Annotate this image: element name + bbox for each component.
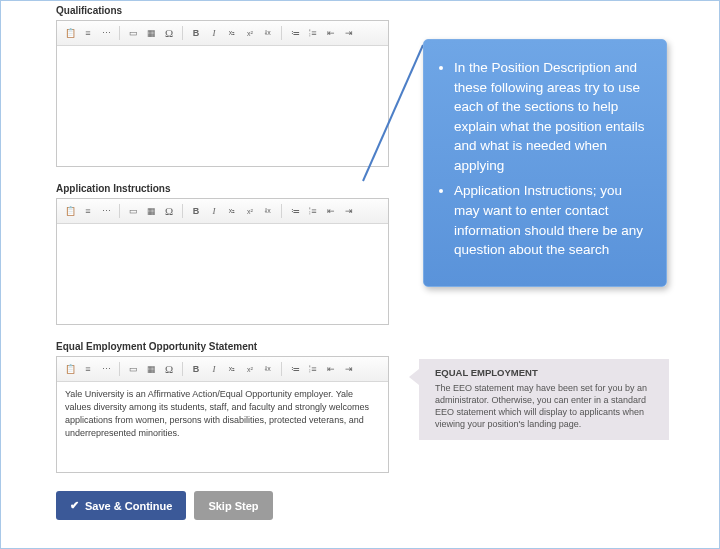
eeo-toolbar: 📋 ≡ ⋯ ▭ ▦ Ω B I x₂ x² I̵x ≔ ⦙≡ ⇤ ⇥	[57, 357, 388, 382]
clearformat-icon[interactable]: I̵x	[260, 25, 276, 41]
eeo-editor: 📋 ≡ ⋯ ▭ ▦ Ω B I x₂ x² I̵x ≔ ⦙≡ ⇤ ⇥ Yale …	[56, 356, 389, 473]
italic-icon[interactable]: I	[206, 25, 222, 41]
qualifications-toolbar: 📋 ≡ ⋯ ▭ ▦ Ω B I x₂ x² I̵x ≔ ⦙≡ ⇤ ⇥	[57, 21, 388, 46]
toolbar-sep	[119, 204, 120, 218]
bullets-icon[interactable]: ≔	[287, 203, 303, 219]
superscript-icon[interactable]: x²	[242, 25, 258, 41]
italic-icon[interactable]: I	[206, 203, 222, 219]
bold-icon[interactable]: B	[188, 203, 204, 219]
qualifications-label: Qualifications	[56, 5, 389, 16]
numbers-icon[interactable]: ⦙≡	[305, 361, 321, 377]
specialchar-icon[interactable]: Ω	[161, 203, 177, 219]
toolbar-sep	[119, 362, 120, 376]
toolbar-sep	[182, 204, 183, 218]
qualifications-textarea[interactable]	[57, 46, 388, 166]
toolbar-sep	[281, 204, 282, 218]
callout-item-2: Application Instructions; you may want t…	[454, 181, 648, 259]
table-icon[interactable]: ▦	[143, 25, 159, 41]
paste-icon[interactable]: 📋	[62, 203, 78, 219]
superscript-icon[interactable]: x²	[242, 361, 258, 377]
indent-icon[interactable]: ⇥	[341, 361, 357, 377]
toolbar-sep	[281, 26, 282, 40]
source-icon[interactable]: ≡	[80, 25, 96, 41]
bold-icon[interactable]: B	[188, 361, 204, 377]
toolbar-sep	[182, 362, 183, 376]
subscript-icon[interactable]: x₂	[224, 25, 240, 41]
image-icon[interactable]: ▭	[125, 25, 141, 41]
eeo-help-title: EQUAL EMPLOYMENT	[435, 367, 659, 380]
toolbar-sep	[119, 26, 120, 40]
eeo-help-body: The EEO statement may have been set for …	[435, 382, 659, 431]
qualifications-editor: 📋 ≡ ⋯ ▭ ▦ Ω B I x₂ x² I̵x ≔ ⦙≡ ⇤ ⇥	[56, 20, 389, 167]
image-icon[interactable]: ▭	[125, 203, 141, 219]
clearformat-icon[interactable]: I̵x	[260, 361, 276, 377]
specialchar-icon[interactable]: Ω	[161, 361, 177, 377]
application-instructions-textarea[interactable]	[57, 224, 388, 324]
callout-item-1: In the Position Description and these fo…	[454, 58, 648, 175]
more-icon[interactable]: ⋯	[98, 203, 114, 219]
bold-icon[interactable]: B	[188, 25, 204, 41]
table-icon[interactable]: ▦	[143, 203, 159, 219]
toolbar-sep	[182, 26, 183, 40]
page: Qualifications 📋 ≡ ⋯ ▭ ▦ Ω B I x₂ x² I̵x…	[0, 0, 720, 549]
guidance-callout: In the Position Description and these fo…	[423, 39, 667, 287]
numbers-icon[interactable]: ⦙≡	[305, 25, 321, 41]
numbers-icon[interactable]: ⦙≡	[305, 203, 321, 219]
outdent-icon[interactable]: ⇤	[323, 203, 339, 219]
source-icon[interactable]: ≡	[80, 361, 96, 377]
specialchar-icon[interactable]: Ω	[161, 25, 177, 41]
skip-step-button[interactable]: Skip Step	[194, 491, 272, 520]
form-actions: ✔ Save & Continue Skip Step	[56, 491, 389, 520]
skip-step-label: Skip Step	[208, 500, 258, 512]
bullets-icon[interactable]: ≔	[287, 361, 303, 377]
bullets-icon[interactable]: ≔	[287, 25, 303, 41]
subscript-icon[interactable]: x₂	[224, 203, 240, 219]
italic-icon[interactable]: I	[206, 361, 222, 377]
save-continue-label: Save & Continue	[85, 500, 172, 512]
more-icon[interactable]: ⋯	[98, 25, 114, 41]
eeo-label: Equal Employment Opportunity Statement	[56, 341, 389, 352]
eeo-help-box: EQUAL EMPLOYMENT The EEO statement may h…	[419, 359, 669, 440]
eeo-textarea[interactable]: Yale University is an Affirmative Action…	[57, 382, 388, 472]
application-instructions-editor: 📋 ≡ ⋯ ▭ ▦ Ω B I x₂ x² I̵x ≔ ⦙≡ ⇤ ⇥	[56, 198, 389, 325]
main-column: Qualifications 📋 ≡ ⋯ ▭ ▦ Ω B I x₂ x² I̵x…	[56, 5, 389, 520]
indent-icon[interactable]: ⇥	[341, 25, 357, 41]
paste-icon[interactable]: 📋	[62, 25, 78, 41]
more-icon[interactable]: ⋯	[98, 361, 114, 377]
indent-icon[interactable]: ⇥	[341, 203, 357, 219]
outdent-icon[interactable]: ⇤	[323, 25, 339, 41]
image-icon[interactable]: ▭	[125, 361, 141, 377]
source-icon[interactable]: ≡	[80, 203, 96, 219]
application-instructions-label: Application Instructions	[56, 183, 389, 194]
application-instructions-toolbar: 📋 ≡ ⋯ ▭ ▦ Ω B I x₂ x² I̵x ≔ ⦙≡ ⇤ ⇥	[57, 199, 388, 224]
save-continue-button[interactable]: ✔ Save & Continue	[56, 491, 186, 520]
check-icon: ✔	[70, 499, 79, 512]
superscript-icon[interactable]: x²	[242, 203, 258, 219]
paste-icon[interactable]: 📋	[62, 361, 78, 377]
toolbar-sep	[281, 362, 282, 376]
subscript-icon[interactable]: x₂	[224, 361, 240, 377]
table-icon[interactable]: ▦	[143, 361, 159, 377]
clearformat-icon[interactable]: I̵x	[260, 203, 276, 219]
outdent-icon[interactable]: ⇤	[323, 361, 339, 377]
